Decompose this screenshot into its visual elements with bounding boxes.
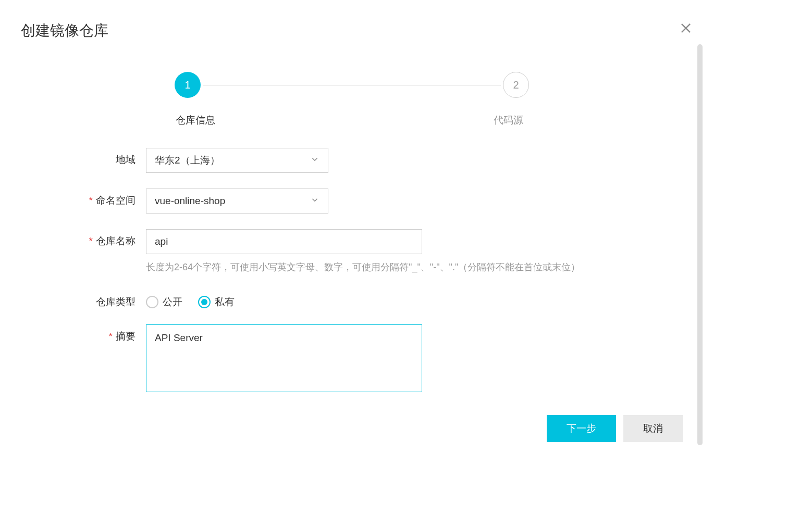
region-label: 地域: [73, 148, 146, 167]
step-labels: 仓库信息 代码源: [175, 114, 529, 127]
step-2: 2: [503, 72, 529, 98]
chevron-down-icon: [310, 155, 319, 167]
namespace-row: *命名空间 vue-online-shop: [73, 189, 683, 214]
summary-row: *摘要: [73, 324, 683, 394]
repo-type-public-label: 公开: [163, 295, 182, 309]
region-select[interactable]: 华东2（上海）: [146, 148, 328, 173]
close-icon: [679, 21, 693, 35]
step-1: 1: [175, 72, 201, 98]
namespace-value: vue-online-shop: [155, 195, 225, 207]
modal-footer: 下一步 取消: [21, 410, 683, 447]
repo-type-label: 仓库类型: [73, 290, 146, 309]
repo-name-label: *仓库名称: [73, 229, 146, 248]
repo-type-row: 仓库类型 公开 私有: [73, 290, 683, 309]
step-1-label: 仓库信息: [175, 114, 216, 127]
repo-name-input[interactable]: [146, 229, 422, 254]
repo-name-row: *仓库名称 长度为2-64个字符，可使用小写英文字母、数字，可使用分隔符"_"、…: [73, 229, 683, 274]
radio-checked-icon: [198, 296, 211, 308]
repo-type-private-label: 私有: [215, 295, 235, 309]
scrollbar[interactable]: [697, 44, 703, 445]
create-repo-modal: 创建镜像仓库 1 2 仓库信息 代码源 地域 华东2（上海）: [0, 0, 704, 447]
chevron-down-icon: [310, 195, 319, 207]
repo-type-private-radio[interactable]: 私有: [198, 295, 235, 309]
modal-title: 创建镜像仓库: [21, 21, 683, 41]
cancel-button[interactable]: 取消: [623, 415, 683, 442]
form: 地域 华东2（上海） *命名空间 vue-online-shop: [73, 148, 683, 394]
summary-label: *摘要: [73, 324, 146, 343]
next-button[interactable]: 下一步: [547, 415, 616, 442]
radio-icon: [146, 296, 158, 308]
required-marker: *: [89, 235, 93, 246]
step-connector: [203, 85, 501, 85]
namespace-select[interactable]: vue-online-shop: [146, 189, 328, 214]
step-2-circle: 2: [503, 72, 529, 98]
namespace-label: *命名空间: [73, 189, 146, 207]
step-2-label: 代码源: [487, 114, 529, 127]
region-row: 地域 华东2（上海）: [73, 148, 683, 173]
stepper: 1 2: [175, 72, 529, 98]
step-1-circle: 1: [175, 72, 201, 98]
summary-textarea[interactable]: [146, 324, 422, 392]
repo-type-public-radio[interactable]: 公开: [146, 295, 182, 309]
region-value: 华东2（上海）: [155, 154, 220, 167]
repo-type-radio-group: 公开 私有: [146, 290, 683, 309]
required-marker: *: [89, 195, 93, 206]
repo-name-help: 长度为2-64个字符，可使用小写英文字母、数字，可使用分隔符"_"、"-"、".…: [146, 260, 594, 274]
close-button[interactable]: [679, 21, 693, 37]
required-marker: *: [109, 331, 113, 342]
